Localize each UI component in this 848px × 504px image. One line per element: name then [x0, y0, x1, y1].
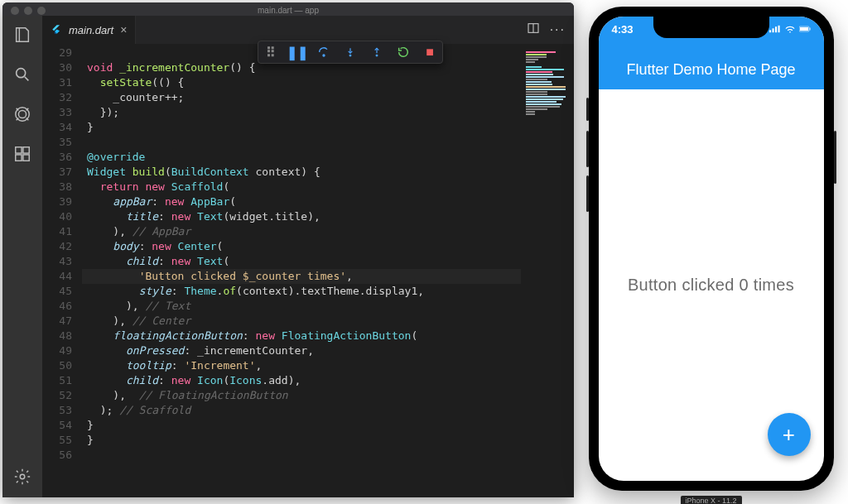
phone-screen: 4:33 Flutter Demo Home Page But — [599, 17, 824, 481]
code-line[interactable]: floatingActionButton: new FloatingAction… — [82, 329, 521, 343]
debug-restart-button[interactable] — [396, 45, 411, 60]
editor-area: main.dart × ··· ⠿ ❚❚ — [42, 16, 574, 497]
code-line[interactable]: child: new Text( — [82, 254, 521, 269]
code-line[interactable]: ), // Center — [82, 314, 521, 329]
code-line[interactable]: appBar: new AppBar( — [82, 194, 521, 209]
code-line[interactable]: tooltip: 'Increment', — [82, 358, 521, 373]
phone-side-button — [586, 98, 589, 121]
editor-tabs: main.dart × ··· — [42, 16, 574, 44]
line-number: 44 — [42, 269, 72, 284]
debug-step-over-button[interactable] — [316, 45, 331, 60]
traffic-minimize-icon[interactable] — [24, 7, 32, 15]
svg-rect-14 — [775, 26, 777, 32]
code-line[interactable]: Widget build(BuildContext context) { — [82, 165, 521, 180]
flutter-logo-icon — [51, 24, 62, 36]
tab-close-icon[interactable]: × — [120, 23, 127, 36]
code-line[interactable]: @override — [82, 150, 521, 165]
debug-step-out-button[interactable] — [369, 45, 384, 60]
line-number: 30 — [42, 60, 72, 75]
battery-icon — [799, 23, 811, 37]
code-line[interactable]: title: new Text(widget.title), — [82, 209, 521, 224]
simulator-stage: 4:33 Flutter Demo Home Page But — [574, 0, 848, 504]
svg-point-7 — [20, 474, 25, 479]
code-line[interactable]: } — [82, 418, 521, 433]
line-number: 48 — [42, 329, 72, 343]
code-editor[interactable]: 2930313233343536373839404142434445464748… — [42, 44, 574, 497]
line-number: 36 — [42, 150, 72, 165]
line-number: 41 — [42, 224, 72, 239]
line-number: 43 — [42, 254, 72, 269]
code-line[interactable]: ); // Scaffold — [82, 403, 521, 418]
line-number: 33 — [42, 105, 72, 120]
code-line[interactable]: } — [82, 120, 521, 135]
svg-rect-5 — [16, 155, 22, 161]
line-number: 29 — [42, 46, 72, 60]
code-line[interactable]: child: new Icon(Icons.add), — [82, 373, 521, 388]
svg-point-10 — [349, 55, 351, 56]
debug-drag-handle-icon[interactable]: ⠿ — [263, 45, 278, 60]
line-number: 51 — [42, 373, 72, 388]
debug-step-into-button[interactable] — [343, 45, 358, 60]
svg-point-0 — [17, 69, 26, 78]
line-number: 53 — [42, 403, 72, 418]
split-editor-icon[interactable] — [527, 22, 540, 38]
ide-window: main.dart — app — [2, 2, 574, 497]
phone-notch — [653, 17, 769, 38]
code-line[interactable]: ), // Text — [82, 299, 521, 314]
code-line[interactable]: } — [82, 433, 521, 448]
line-number: 39 — [42, 194, 72, 209]
code-line[interactable] — [82, 448, 521, 463]
code-line[interactable]: ), // AppBar — [82, 224, 521, 239]
svg-rect-6 — [23, 155, 29, 161]
line-number: 54 — [42, 418, 72, 433]
debug-pause-button[interactable]: ❚❚ — [290, 45, 305, 60]
code-line[interactable]: body: new Center( — [82, 239, 521, 254]
explorer-icon[interactable] — [12, 24, 33, 46]
code-line[interactable]: }); — [82, 105, 521, 120]
code-line[interactable] — [82, 135, 521, 150]
debug-stop-button[interactable]: ■ — [422, 45, 437, 60]
svg-rect-15 — [778, 26, 779, 32]
line-number: 47 — [42, 314, 72, 329]
iphone-frame: 4:33 Flutter Demo Home Page But — [589, 7, 834, 491]
traffic-zoom-icon[interactable] — [37, 7, 46, 15]
code-line[interactable]: ), // FloatingActionButton — [82, 388, 521, 403]
simulator-device-label: iPhone X - 11.2 — [680, 496, 741, 504]
mac-window-controls: main.dart — app — [2, 2, 574, 16]
editor-more-icon[interactable]: ··· — [550, 22, 566, 37]
code-line[interactable]: return new Scaffold( — [82, 180, 521, 194]
line-number: 38 — [42, 180, 72, 194]
debug-icon[interactable] — [12, 103, 33, 125]
wifi-icon — [784, 23, 796, 37]
line-number: 37 — [42, 165, 72, 180]
svg-rect-12 — [769, 30, 771, 32]
code-line[interactable]: setState(() { — [82, 75, 521, 90]
minimap[interactable] — [521, 44, 574, 497]
code-content[interactable]: void _incrementCounter() { setState(() {… — [82, 44, 521, 497]
flutter-app-body: Button clicked 0 times + — [599, 89, 824, 481]
flutter-app-bar: Flutter Demo Home Page — [599, 50, 824, 89]
traffic-close-icon[interactable] — [11, 7, 19, 15]
activity-bar — [2, 16, 42, 497]
line-number: 34 — [42, 120, 72, 135]
debug-toolbar[interactable]: ⠿ ❚❚ ■ — [258, 41, 443, 64]
svg-rect-3 — [16, 147, 22, 153]
code-line[interactable]: style: Theme.of(context).textTheme.displ… — [82, 284, 521, 299]
svg-point-2 — [18, 110, 26, 118]
line-number: 42 — [42, 239, 72, 254]
settings-icon[interactable] — [12, 466, 33, 487]
line-number: 52 — [42, 388, 72, 403]
code-line[interactable]: _counter++; — [82, 90, 521, 105]
search-icon[interactable] — [12, 64, 33, 85]
tab-filename: main.dart — [69, 24, 113, 36]
tab-main-dart[interactable]: main.dart × — [42, 16, 136, 44]
code-line[interactable]: 'Button clicked $_counter times', — [82, 269, 521, 284]
code-line[interactable]: onPressed: _incrementCounter, — [82, 343, 521, 358]
line-number: 32 — [42, 90, 72, 105]
extensions-icon[interactable] — [12, 143, 33, 165]
phone-side-button — [586, 175, 589, 212]
window-title: main.dart — app — [258, 6, 319, 15]
floating-action-button[interactable]: + — [768, 413, 811, 456]
status-time: 4:33 — [612, 23, 634, 36]
line-number: 50 — [42, 358, 72, 373]
